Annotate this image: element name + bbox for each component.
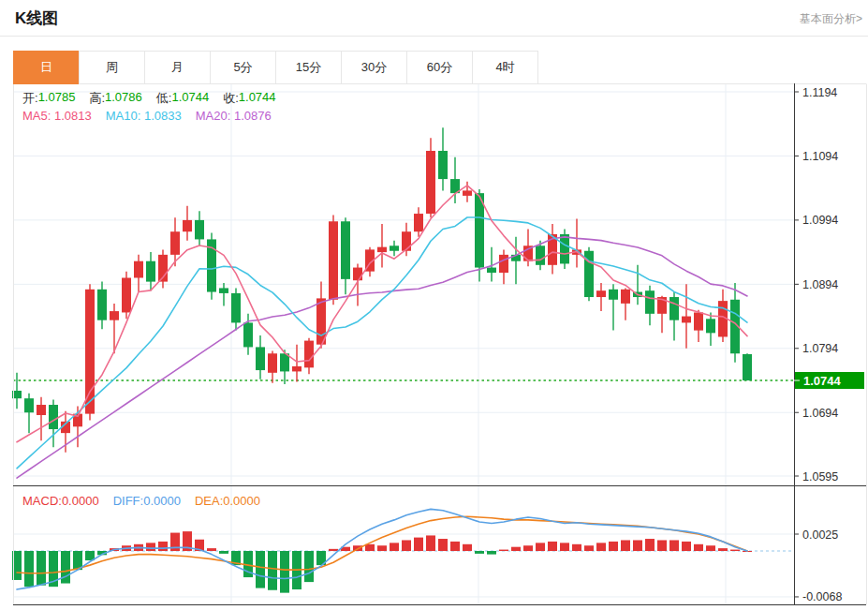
diff-value: 0.0000 bbox=[143, 494, 181, 508]
candle-body bbox=[377, 247, 387, 252]
macd-bar bbox=[523, 545, 533, 551]
candle-body bbox=[256, 347, 265, 370]
macd-bar bbox=[560, 543, 569, 551]
candle-body bbox=[743, 354, 752, 380]
macd-value: 0.0000 bbox=[62, 494, 99, 508]
candle-body bbox=[341, 221, 350, 279]
last-price-tag-text: 1.0744 bbox=[803, 374, 842, 388]
macd-bar bbox=[304, 551, 314, 582]
macd-bar bbox=[475, 551, 484, 554]
macd-readout: MACD:0.0000 DIFF:0.0000 DEA:0.0000 bbox=[22, 494, 274, 508]
macd-bar bbox=[669, 540, 679, 551]
ma-readout: MA5: 1.0813 MA10: 1.0833 MA20: 1.0876 bbox=[22, 109, 286, 123]
macd-bar bbox=[609, 542, 618, 551]
candle-body bbox=[645, 290, 655, 314]
candle-body bbox=[292, 366, 302, 371]
macd-bar bbox=[621, 540, 630, 551]
macd-bar bbox=[718, 548, 728, 551]
candle-body bbox=[426, 151, 435, 214]
candle-body bbox=[243, 322, 253, 347]
ma10-value: 1.0833 bbox=[144, 109, 182, 123]
ma10-label: MA10: bbox=[106, 109, 141, 123]
candle-body bbox=[402, 231, 411, 251]
kline-page: K线图 基本面分析> 日 周 月 5分 15分 30分 60分 4时 1.119… bbox=[0, 0, 868, 610]
candle-body bbox=[414, 214, 423, 231]
macd-bar bbox=[377, 545, 387, 551]
tab-60min[interactable]: 60分 bbox=[406, 51, 473, 84]
ma20-label: MA20: bbox=[196, 109, 231, 123]
macd-bar bbox=[694, 544, 703, 551]
tab-15min[interactable]: 15分 bbox=[275, 51, 342, 84]
candle-body bbox=[463, 190, 472, 195]
macd-bar bbox=[596, 543, 606, 551]
candle-body bbox=[621, 290, 630, 304]
macd-bar bbox=[584, 545, 594, 551]
diff-label: DIFF: bbox=[113, 494, 144, 508]
candle-body bbox=[682, 317, 691, 323]
macd-bar bbox=[414, 538, 423, 551]
period-tab-bar: 日 周 月 5分 15分 30分 60分 4时 bbox=[13, 51, 538, 84]
ohlc-readout: 开:1.0785 高:1.0786 低:1.0744 收:1.0744 bbox=[22, 90, 290, 107]
macd-bar bbox=[657, 540, 667, 551]
candle-body bbox=[183, 220, 192, 231]
macd-bar bbox=[37, 551, 46, 586]
macd-label: MACD: bbox=[22, 494, 62, 508]
price-axis-label: 1.0894 bbox=[802, 278, 838, 291]
price-axis-label: 1.0994 bbox=[802, 214, 838, 227]
macd-bar bbox=[463, 544, 472, 551]
open-label: 开: bbox=[22, 90, 38, 107]
tab-week[interactable]: 周 bbox=[79, 51, 145, 84]
tab-5min[interactable]: 5分 bbox=[210, 51, 276, 84]
macd-bar bbox=[450, 542, 460, 551]
high-value: 1.0786 bbox=[105, 90, 142, 107]
macd-bar bbox=[390, 543, 399, 551]
candle-body bbox=[146, 261, 155, 282]
macd-axis-label: 0.0025 bbox=[802, 528, 838, 542]
macd-bar bbox=[256, 551, 265, 588]
macd-bar bbox=[572, 544, 581, 551]
close-value: 1.0744 bbox=[239, 90, 276, 107]
macd-axis-label: -0.0068 bbox=[802, 590, 842, 603]
dea-value: 0.0000 bbox=[223, 494, 260, 508]
candle-body bbox=[706, 319, 715, 333]
tab-month[interactable]: 月 bbox=[144, 51, 211, 84]
candle-body bbox=[596, 290, 606, 297]
ma5-value: 1.0813 bbox=[54, 109, 92, 123]
macd-bar bbox=[706, 545, 715, 551]
candle-body bbox=[85, 290, 95, 414]
macd-bar bbox=[487, 551, 496, 555]
macd-bar bbox=[499, 550, 508, 551]
candle-body bbox=[24, 398, 34, 412]
macd-bar bbox=[426, 535, 435, 551]
candle-body bbox=[536, 245, 545, 265]
candle-body bbox=[37, 405, 46, 415]
macd-bar bbox=[633, 540, 642, 551]
dea-label: DEA: bbox=[195, 494, 223, 508]
candle-body bbox=[268, 353, 277, 373]
candle-body bbox=[487, 268, 496, 273]
low-value: 1.0744 bbox=[171, 90, 209, 107]
candle-body bbox=[694, 312, 703, 330]
price-axis-label: 1.0694 bbox=[802, 407, 838, 420]
candle-body bbox=[110, 311, 119, 320]
candle-body bbox=[669, 297, 679, 320]
ma5-label: MA5: bbox=[22, 109, 51, 123]
candle-body bbox=[353, 268, 362, 281]
macd-bar bbox=[329, 549, 338, 551]
macd-bar bbox=[682, 542, 691, 551]
candle-body bbox=[304, 341, 314, 368]
candle-body bbox=[499, 255, 508, 273]
tab-day[interactable]: 日 bbox=[13, 51, 80, 84]
candle-body bbox=[231, 293, 241, 322]
tab-4hour[interactable]: 4时 bbox=[472, 51, 538, 84]
candle-body bbox=[97, 290, 107, 320]
macd-bar bbox=[438, 539, 448, 551]
ma20-value: 1.0876 bbox=[234, 109, 272, 123]
close-label: 收: bbox=[223, 90, 239, 107]
tab-30min[interactable]: 30分 bbox=[341, 51, 407, 84]
low-label: 低: bbox=[156, 90, 172, 107]
candle-body bbox=[134, 261, 143, 278]
candle-body bbox=[49, 405, 58, 429]
candle-body bbox=[195, 220, 204, 240]
macd-bar bbox=[645, 539, 655, 551]
